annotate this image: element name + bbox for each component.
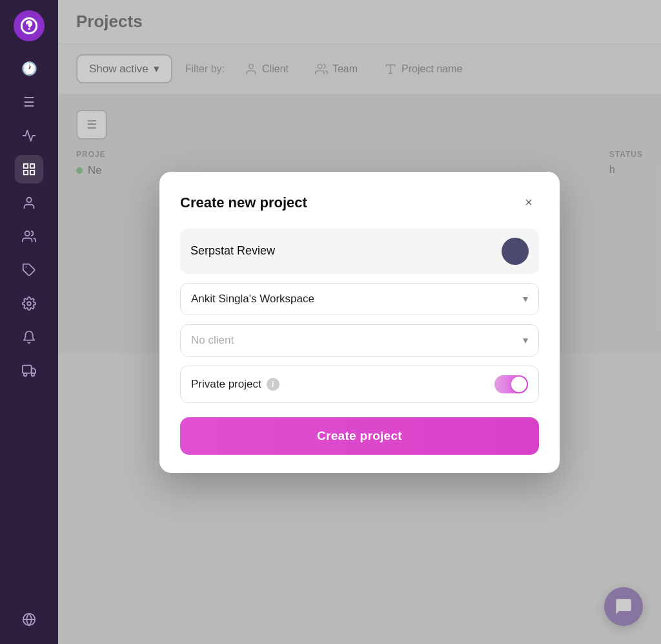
- sidebar-item-projects[interactable]: [15, 155, 43, 183]
- sidebar-item-settings[interactable]: [15, 289, 43, 318]
- private-project-label: Private project: [191, 378, 261, 391]
- sidebar-item-globe[interactable]: [15, 605, 43, 634]
- sidebar-item-tags[interactable]: [15, 256, 43, 284]
- sidebar-item-users[interactable]: [15, 189, 43, 217]
- svg-rect-4: [30, 164, 34, 168]
- sidebar-item-clock[interactable]: 🕐: [15, 54, 43, 83]
- svg-point-7: [26, 198, 31, 202]
- svg-point-13: [24, 373, 27, 377]
- sidebar-item-pulse[interactable]: [15, 121, 43, 150]
- svg-marker-12: [32, 368, 36, 373]
- workspace-chevron-icon: ▾: [523, 293, 528, 305]
- svg-point-10: [27, 302, 31, 306]
- private-project-row: Private project i: [180, 366, 539, 403]
- color-picker-button[interactable]: [502, 238, 529, 265]
- workspace-dropdown[interactable]: Ankit Singla's Workspace ▾: [180, 283, 539, 315]
- sidebar-item-bag[interactable]: [15, 357, 43, 385]
- toggle-knob: [511, 377, 527, 392]
- svg-rect-3: [24, 164, 28, 168]
- toggle-label-group: Private project i: [191, 378, 280, 391]
- svg-rect-6: [24, 171, 28, 174]
- svg-point-8: [25, 231, 30, 236]
- project-name-input[interactable]: [190, 244, 494, 258]
- main-content: Projects Show active ▾ Filter by: Client…: [58, 0, 661, 644]
- project-name-row: [180, 229, 539, 274]
- svg-rect-11: [23, 366, 32, 373]
- create-project-button[interactable]: Create project: [180, 417, 539, 455]
- private-project-toggle[interactable]: [494, 375, 528, 393]
- logo-button[interactable]: [14, 10, 45, 41]
- sidebar-item-alerts[interactable]: [15, 323, 43, 351]
- sidebar: 🕐 ☰: [0, 0, 58, 644]
- client-chevron-icon: ▾: [523, 334, 528, 346]
- modal-close-button[interactable]: ×: [518, 192, 539, 213]
- client-dropdown[interactable]: No client ▾: [180, 324, 539, 357]
- modal-header: Create new project ×: [180, 192, 539, 213]
- client-dropdown-placeholder: No client: [191, 334, 234, 347]
- workspace-dropdown-label: Ankit Singla's Workspace: [191, 293, 314, 306]
- sidebar-item-team[interactable]: [15, 222, 43, 251]
- svg-point-14: [32, 373, 35, 377]
- modal-title: Create new project: [180, 194, 307, 211]
- svg-rect-5: [30, 171, 34, 174]
- sidebar-item-reports[interactable]: ☰: [15, 88, 43, 116]
- modal-overlay: Create new project × Ankit Singla's Work…: [58, 0, 661, 644]
- info-icon[interactable]: i: [267, 378, 280, 391]
- create-project-modal: Create new project × Ankit Singla's Work…: [159, 172, 560, 473]
